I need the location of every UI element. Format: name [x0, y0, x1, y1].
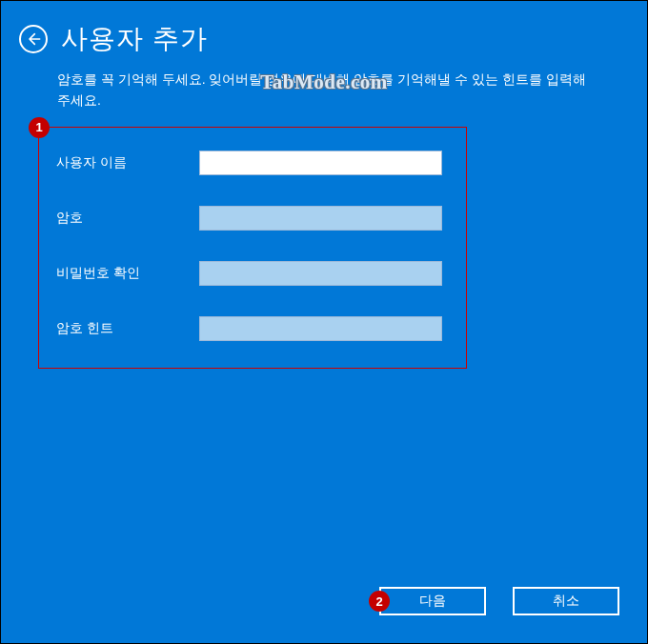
- username-label: 사용자 이름: [56, 154, 199, 171]
- password-confirm-input[interactable]: [199, 261, 442, 286]
- password-confirm-label: 비밀번호 확인: [56, 265, 199, 282]
- page-header: 사용자 추가: [0, 0, 648, 65]
- form-row-username: 사용자 이름: [56, 151, 449, 175]
- next-button-wrap: 2 다음: [379, 587, 486, 615]
- back-button[interactable]: [19, 25, 48, 53]
- footer-button-bar: 2 다음 취소: [379, 587, 619, 615]
- form-row-password-hint: 암호 힌트: [56, 316, 449, 341]
- form-row-password-confirm: 비밀번호 확인: [56, 261, 449, 286]
- annotation-marker-2: 2: [369, 591, 390, 612]
- username-input[interactable]: [199, 151, 442, 175]
- password-input[interactable]: [199, 206, 442, 231]
- arrow-left-icon: [26, 31, 41, 47]
- form-row-password: 암호: [56, 206, 449, 231]
- password-hint-input[interactable]: [199, 316, 442, 341]
- next-button[interactable]: 다음: [379, 587, 486, 615]
- password-hint-label: 암호 힌트: [56, 320, 199, 337]
- password-label: 암호: [56, 210, 199, 227]
- form-highlight-zone: 1 사용자 이름 암호 비밀번호 확인 암호 힌트: [38, 127, 467, 369]
- page-title: 사용자 추가: [61, 21, 208, 57]
- cancel-button[interactable]: 취소: [513, 587, 619, 615]
- page-description: 암호를 꼭 기억해 두세요. 잊어버릴 경우에 대비해 암호를 기억해낼 수 있…: [0, 65, 648, 127]
- annotation-marker-1: 1: [29, 117, 50, 138]
